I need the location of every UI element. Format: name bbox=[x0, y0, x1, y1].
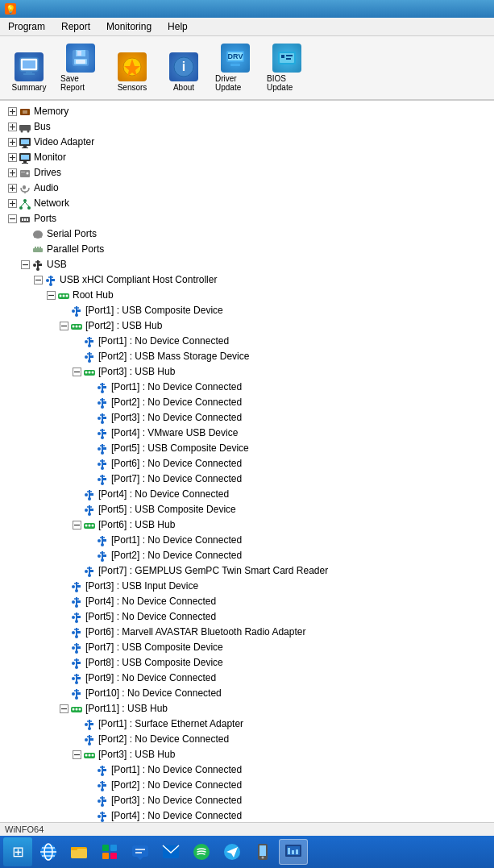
tree-node-inner-drives[interactable]: Drives bbox=[0, 165, 494, 181]
taskbar-spotify[interactable] bbox=[187, 839, 216, 865]
tree-node-inner-p5none[interactable]: [Port5] : No Device Connected bbox=[0, 609, 494, 625]
taskbar-explorer[interactable] bbox=[64, 839, 93, 865]
tree-node-inner-p2p2mass[interactable]: [Port2] : USB Mass Storage Device bbox=[0, 349, 494, 364]
tree-node-inner-p11p2none[interactable]: [Port2] : No Device Connected bbox=[0, 732, 494, 747]
svg-rect-252 bbox=[102, 845, 109, 851]
tree-node-inner-video[interactable]: Video Adapter bbox=[0, 135, 494, 150]
tree-node-inner-p9none[interactable]: [Port9] : No Device Connected bbox=[0, 671, 494, 686]
taskbar-winfo[interactable] bbox=[279, 839, 308, 865]
svg-point-87 bbox=[49, 283, 52, 286]
menu-program[interactable]: Program bbox=[3, 19, 50, 34]
menu-help[interactable]: Help bbox=[163, 19, 193, 34]
taskbar-store[interactable] bbox=[95, 839, 124, 865]
svg-point-201 bbox=[101, 773, 104, 776]
expand-icon-p2hub[interactable] bbox=[58, 321, 69, 332]
expand-icon-p2p3hub[interactable] bbox=[71, 367, 82, 378]
start-button[interactable]: ⊞ bbox=[3, 837, 32, 866]
expand-icon-p11hub[interactable] bbox=[58, 704, 69, 715]
about-button[interactable]: i About bbox=[160, 48, 208, 96]
tree-node-inner-p2p6p1[interactable]: [Port1] : No Device Connected bbox=[0, 533, 494, 548]
tree-node-inner-serial[interactable]: Serial Ports bbox=[0, 226, 494, 242]
expand-icon-video[interactable] bbox=[6, 137, 18, 148]
tree-node-inner-p8comp[interactable]: [Port8] : USB Composite Device bbox=[0, 655, 494, 671]
tree-node-inner-p2hub[interactable]: [Port2] : USB Hub bbox=[0, 318, 494, 334]
tree-node-inner-p10none[interactable]: [Port10] : No Device Connected bbox=[0, 686, 494, 701]
tree-node-inner-p2p3p1[interactable]: [Port1] : No Device Connected bbox=[0, 380, 494, 395]
tree-node-inner-p11p3p4[interactable]: [Port4] : No Device Connected bbox=[0, 808, 494, 822]
tree-panel[interactable]: MemoryBusVideo AdapterMonitorDrivesAudio… bbox=[0, 101, 494, 822]
expand-icon-bus[interactable] bbox=[6, 122, 18, 133]
tree-node-inner-p2p7card[interactable]: [Port7] : GEMPLUS GemPC Twin Smart Card … bbox=[0, 563, 494, 579]
node-label-p11p3p4: [Port4] : No Device Connected bbox=[111, 809, 242, 822]
tree-node-inner-p2p3p5[interactable]: [Port5] : USB Composite Device bbox=[0, 441, 494, 456]
tree-node-inner-p2p6p2[interactable]: [Port2] : No Device Connected bbox=[0, 548, 494, 563]
tree-node-inner-bus[interactable]: Bus bbox=[0, 119, 494, 135]
taskbar-telegram[interactable] bbox=[218, 839, 247, 865]
menu-report[interactable]: Report bbox=[56, 19, 95, 34]
tree-node-inner-p2p3p7[interactable]: [Port7] : No Device Connected bbox=[0, 471, 494, 487]
tree-node-inner-p4none[interactable]: [Port4] : No Device Connected bbox=[0, 594, 494, 609]
tree-node-inner-usb[interactable]: USB bbox=[0, 257, 494, 272]
expand-icon-xhci[interactable] bbox=[32, 275, 44, 286]
sensors-button[interactable]: Sensors bbox=[108, 48, 156, 96]
tree-node-inner-p2p1none[interactable]: [Port1] : No Device Connected bbox=[0, 334, 494, 349]
taskbar-ie[interactable] bbox=[34, 839, 63, 865]
svg-rect-26 bbox=[23, 110, 27, 114]
tree-node-inner-p2p4none[interactable]: [Port4] : No Device Connected bbox=[0, 487, 494, 502]
node-icon-p2p3p7 bbox=[96, 473, 109, 486]
expand-icon-usb[interactable] bbox=[19, 260, 31, 271]
tree-node-inner-p2p6hub[interactable]: [Port6] : USB Hub bbox=[0, 517, 494, 533]
taskbar-outlook[interactable] bbox=[156, 839, 185, 865]
tree-node-inner-p2p5comp[interactable]: [Port5] : USB Composite Device bbox=[0, 502, 494, 517]
tree-node-inner-p11p3p1[interactable]: [Port1] : No Device Connected bbox=[0, 762, 494, 778]
expand-icon-memory[interactable] bbox=[6, 106, 18, 118]
tree-node-inner-p2p3p6[interactable]: [Port6] : No Device Connected bbox=[0, 456, 494, 471]
tree-node-inner-monitor[interactable]: Monitor bbox=[0, 150, 494, 165]
tree-node-inner-network[interactable]: Network bbox=[0, 196, 494, 211]
bios-update-button[interactable]: BIOS Update bbox=[263, 39, 311, 96]
taskbar-phone[interactable] bbox=[248, 839, 277, 865]
tree-node-inner-p11hub[interactable]: [Port11] : USB Hub bbox=[0, 701, 494, 716]
expand-icon-roothub[interactable] bbox=[45, 290, 56, 301]
svg-point-94 bbox=[72, 309, 75, 313]
tree-node-inner-p2p3hub[interactable]: [Port3] : USB Hub bbox=[0, 364, 494, 380]
tree-node-inner-p7comp[interactable]: [Port7] : USB Composite Device bbox=[0, 640, 494, 655]
tree-node-inner-audio[interactable]: Audio bbox=[0, 181, 494, 196]
expand-icon-p11p3hub[interactable] bbox=[71, 750, 82, 761]
tree-node-inner-p11p3p2[interactable]: [Port2] : No Device Connected bbox=[0, 778, 494, 793]
tree-node-inner-ports[interactable]: Ports bbox=[0, 211, 494, 226]
tree-node-inner-p3input[interactable]: [Port3] : USB Input Device bbox=[0, 579, 494, 594]
tree-node-inner-parallel[interactable]: Parallel Ports bbox=[0, 242, 494, 257]
svg-point-80 bbox=[33, 264, 36, 267]
tree-node-inner-roothub[interactable]: Root Hub bbox=[0, 288, 494, 303]
node-label-memory: Memory bbox=[34, 105, 68, 118]
tree-node-p2p6p2: [Port2] : No Device Connected bbox=[0, 548, 494, 563]
tree-node-inner-p11p1eth[interactable]: [Port1] : Surface Ethernet Adapter bbox=[0, 716, 494, 732]
tree-node-inner-xhci[interactable]: USB xHCI Compliant Host Controller bbox=[0, 272, 494, 288]
menu-monitoring[interactable]: Monitoring bbox=[102, 19, 156, 34]
tree-node-inner-p2p3p2[interactable]: [Port2] : No Device Connected bbox=[0, 395, 494, 410]
summary-button[interactable]: Summary bbox=[5, 48, 53, 96]
tree-node-inner-p2p3p4[interactable]: [Port4] : VMware USB Device bbox=[0, 426, 494, 441]
save-report-button[interactable]: Save Report bbox=[56, 39, 105, 96]
expand-icon-drives[interactable] bbox=[6, 168, 18, 179]
tree-node-inner-p6bt[interactable]: [Port6] : Marvell AVASTAR Bluetooth Radi… bbox=[0, 625, 494, 640]
tree-node-inner-memory[interactable]: Memory bbox=[0, 104, 494, 119]
expand-icon-network[interactable] bbox=[6, 198, 18, 210]
expand-icon-p2p6hub[interactable] bbox=[71, 520, 82, 531]
driver-update-button[interactable]: DRV Driver Update bbox=[211, 39, 259, 96]
tree-node-inner-p11p3hub[interactable]: [Port3] : USB Hub bbox=[0, 747, 494, 762]
taskbar-messaging[interactable] bbox=[126, 839, 155, 865]
tree-node-inner-p1composite[interactable]: [Port1] : USB Composite Device bbox=[0, 303, 494, 318]
node-label-p2p3p4: [Port4] : VMware USB Device bbox=[111, 426, 238, 440]
svg-point-100 bbox=[73, 325, 75, 327]
node-label-p11hub: [Port11] : USB Hub bbox=[85, 702, 168, 716]
expand-icon-audio[interactable] bbox=[6, 183, 18, 194]
expand-icon-monitor[interactable] bbox=[6, 152, 18, 164]
svg-point-184 bbox=[73, 708, 75, 710]
node-icon-p11hub bbox=[70, 703, 83, 716]
svg-point-185 bbox=[76, 708, 78, 710]
expand-icon-ports[interactable] bbox=[6, 214, 18, 225]
tree-node-inner-p11p3p3[interactable]: [Port3] : No Device Connected bbox=[0, 793, 494, 808]
tree-node-inner-p2p3p3[interactable]: [Port3] : No Device Connected bbox=[0, 410, 494, 426]
